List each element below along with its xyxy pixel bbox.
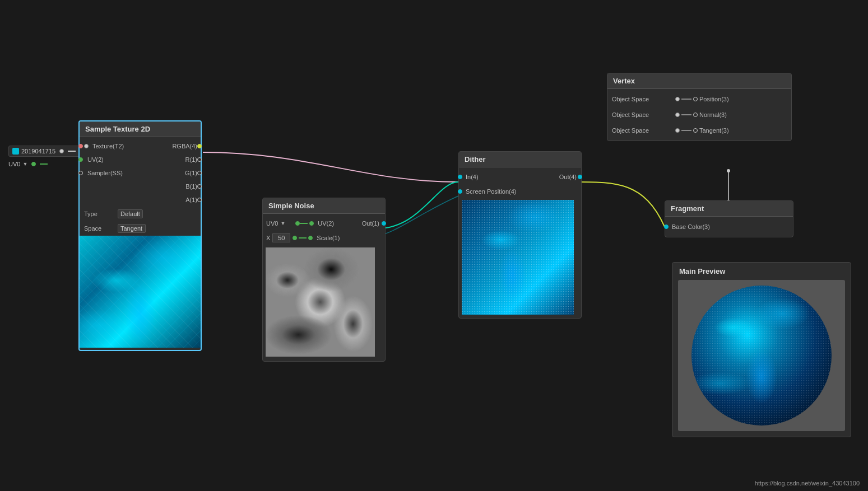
- vertex-norm-line: [681, 114, 691, 115]
- sampler-input-port: [78, 171, 83, 175]
- main-preview-panel: Main Preview: [672, 262, 851, 437]
- sn-out-port: [382, 221, 386, 226]
- dither-in-row: In(4) Out(4): [459, 170, 581, 184]
- vertex-tangent-row: Object Space Tangent(3): [607, 123, 791, 138]
- sn-scale-row: X Scale(1): [263, 231, 385, 245]
- a-output-port: [197, 198, 202, 202]
- fragment-node: Fragment Base Color(3): [665, 200, 793, 237]
- watermark: https://blog.csdn.net/weixin_43043100: [755, 480, 860, 487]
- vertex-tan-out-dot: [693, 128, 698, 133]
- noise-preview: [266, 247, 375, 357]
- simple-noise-node: Simple Noise UV0 ▼ UV(2) Out(1) X S: [262, 198, 386, 362]
- dither-out-port: [578, 175, 582, 179]
- sn-out-label: Out(1): [362, 220, 379, 227]
- dither-screen-row: Screen Position(4): [459, 184, 581, 199]
- sn-scale-line: [299, 237, 307, 239]
- sn-uv-port-outer: [295, 221, 300, 226]
- texture-row: Texture(T2) RGBA(4): [80, 139, 201, 153]
- sphere-preview: [691, 286, 832, 425]
- uv-label: UV0: [8, 161, 20, 167]
- dither-screen-label: Screen Position(4): [466, 188, 517, 195]
- r-output-port: [197, 157, 202, 162]
- vertex-norm-dot: [675, 113, 680, 117]
- vertex-tan-line: [681, 130, 691, 131]
- input-port: [59, 149, 64, 153]
- uv-input-port: [78, 157, 83, 162]
- space-select[interactable]: Tangent: [118, 224, 146, 233]
- vertex-pos-line: [681, 99, 691, 100]
- sn-uv-line: [300, 223, 308, 224]
- space-row: Space Tangent: [80, 221, 201, 236]
- noise-inner: [266, 247, 375, 357]
- sn-scale-label: Scale(1): [317, 235, 340, 241]
- vertex-position-space: Object Space: [612, 96, 674, 102]
- vertex-tan-dot: [675, 128, 680, 133]
- sn-uv-input: [309, 221, 314, 226]
- fragment-basecolor-label: Base Color(3): [672, 223, 710, 230]
- a-row: A(1): [80, 193, 201, 207]
- sn-x-label: X: [266, 235, 270, 241]
- texture-caustics: [80, 236, 201, 348]
- sphere-dither: [691, 286, 832, 425]
- sn-uv-row: UV0 ▼ UV(2) Out(1): [263, 216, 385, 231]
- b-row: B(1): [80, 180, 201, 193]
- g-output-port: [197, 171, 202, 175]
- vertex-norm-out-dot: [693, 113, 698, 117]
- dither-in-port: [458, 175, 462, 179]
- uv-port: [31, 162, 36, 166]
- type-row: Type Default: [80, 207, 201, 221]
- dither-body: In(4) Out(4) Screen Position(4): [459, 167, 581, 318]
- vertex-position-row: Object Space Position(3): [607, 91, 791, 107]
- input-node-label: 2019041715: [21, 148, 55, 155]
- a-label: A(1): [185, 197, 197, 203]
- dither-header: Dither: [459, 152, 581, 167]
- dither-overlay: [462, 200, 574, 315]
- dither-node: Dither In(4) Out(4) Screen Position(4): [458, 151, 582, 319]
- canvas-area: 2019041715 UV0 ▼ Sample Texture 2D Textu…: [0, 0, 868, 491]
- vertex-normal-row: Object Space Normal(3): [607, 107, 791, 123]
- uv-arrow[interactable]: ▼: [22, 161, 27, 167]
- type-label: Type: [84, 211, 118, 217]
- vertex-normal-label: Normal(3): [699, 111, 727, 118]
- fragment-basecolor-port: [664, 225, 669, 229]
- sn-uv-label: UV(2): [318, 220, 361, 227]
- vertex-normal-space: Object Space: [612, 111, 674, 118]
- sn-uv-prefix: UV0: [266, 220, 278, 227]
- sn-uv-arrow[interactable]: ▼: [280, 221, 285, 226]
- vertex-tangent-space: Object Space: [612, 127, 674, 134]
- sample-texture-body: Texture(T2) RGBA(4) UV(2) R(1) Sampler(S…: [80, 137, 201, 350]
- texture-icon: [12, 148, 19, 155]
- vertex-node: Vertex Object Space Position(3) Object S…: [607, 73, 792, 141]
- connector: [68, 151, 76, 152]
- vertex-header: Vertex: [607, 73, 791, 89]
- sn-scale-port-outer: [293, 236, 297, 240]
- dither-out-label: Out(4): [559, 174, 577, 180]
- texture-inner-port: [84, 144, 89, 148]
- dither-preview: [462, 200, 574, 315]
- sample-texture-header: Sample Texture 2D: [80, 121, 201, 137]
- space-label: Space: [84, 225, 118, 232]
- rgba-output-port: [197, 144, 202, 148]
- texture-preview: [80, 236, 201, 348]
- svg-point-1: [727, 169, 730, 172]
- uv-connector: [40, 163, 48, 165]
- sampler-row: Sampler(SS) G(1): [80, 166, 201, 180]
- fragment-basecolor-row: Base Color(3): [665, 219, 793, 235]
- g-label: G(1): [185, 170, 197, 176]
- uv2-label: UV(2): [87, 156, 104, 163]
- type-select[interactable]: Default: [118, 209, 143, 218]
- input-node: 2019041715: [8, 146, 90, 157]
- main-preview-header: Main Preview: [672, 263, 851, 280]
- r-label: R(1): [185, 156, 197, 163]
- vertex-position-label: Position(3): [699, 96, 729, 102]
- b-label: B(1): [185, 183, 197, 190]
- sample-texture-node: Sample Texture 2D Texture(T2) RGBA(4) UV…: [78, 120, 202, 351]
- dither-screen-port: [458, 189, 462, 194]
- main-preview-content: [678, 280, 845, 431]
- sn-scale-input[interactable]: [272, 233, 290, 242]
- b-output-port: [197, 184, 202, 189]
- rgba-label: RGBA(4): [172, 143, 197, 149]
- vertex-pos-out-dot: [693, 97, 698, 101]
- fragment-body: Base Color(3): [665, 217, 793, 237]
- sampler-label: Sampler(SS): [87, 170, 123, 176]
